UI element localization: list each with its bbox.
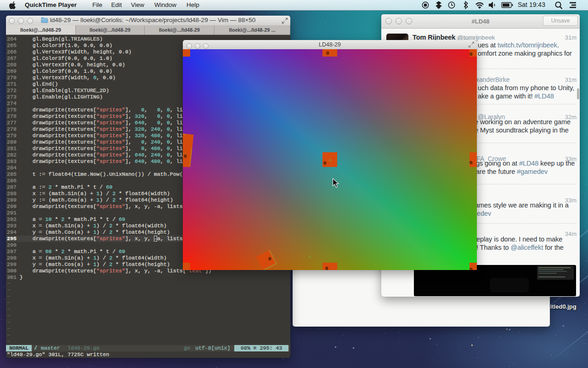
svg-text:0: 0 [469, 266, 473, 270]
svg-text:0: 0 [326, 50, 329, 56]
svg-text:0: 0 [325, 265, 328, 270]
svg-text:0: 0 [323, 160, 327, 166]
svg-text:0: 0 [184, 153, 187, 159]
svg-text:0: 0 [469, 51, 473, 57]
svg-text:0: 0 [469, 160, 473, 166]
svg-text:0: 0 [268, 256, 271, 262]
